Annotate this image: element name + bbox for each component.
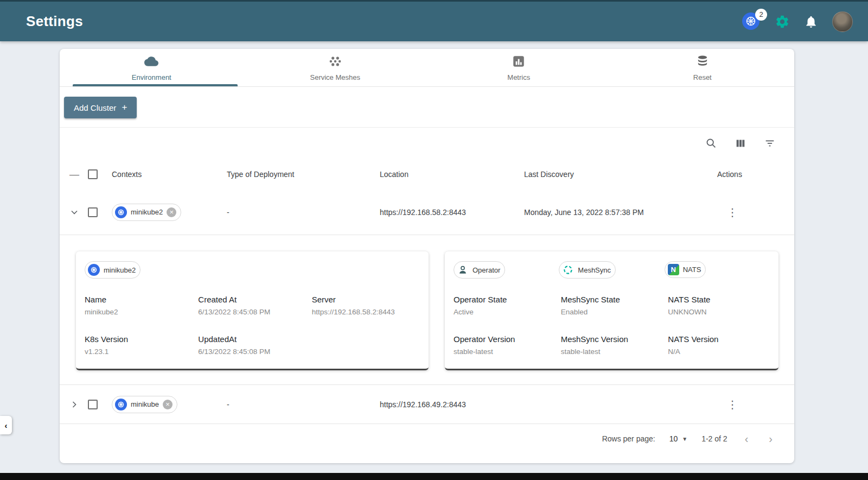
operator-details-card: Operator MeshSync N bbox=[445, 251, 778, 370]
kubernetes-contexts-button[interactable]: 2 bbox=[742, 12, 761, 31]
meshsync-chip[interactable]: MeshSync bbox=[559, 261, 616, 279]
tab-service-meshes[interactable]: Service Meshes bbox=[244, 49, 427, 86]
sidebar-expand-handle[interactable]: ‹ bbox=[0, 416, 12, 434]
field-name: Name minikube2 bbox=[85, 295, 193, 316]
operator-chips: Operator MeshSync N bbox=[454, 261, 770, 279]
settings-gear-icon[interactable] bbox=[775, 14, 790, 29]
tab-environment[interactable]: Environment bbox=[60, 49, 244, 86]
page-title: Settings bbox=[26, 13, 83, 30]
tab-label: Service Meshes bbox=[310, 73, 360, 81]
notifications-bell-icon[interactable] bbox=[804, 15, 818, 29]
search-icon[interactable] bbox=[705, 137, 717, 149]
meshsync-spinner-icon bbox=[562, 264, 574, 276]
database-icon bbox=[695, 54, 710, 70]
field-nats-version: NATS Version N/A bbox=[668, 334, 770, 356]
remove-context-icon[interactable]: × bbox=[163, 400, 173, 409]
context-count-badge: 2 bbox=[755, 9, 767, 21]
table-header-row: — Contexts Type of Deployment Location L… bbox=[60, 159, 794, 190]
field-k8s-version: K8s Version v1.23.1 bbox=[85, 334, 193, 356]
row-checkbox[interactable] bbox=[88, 400, 98, 409]
page-range-label: 1-2 of 2 bbox=[701, 434, 727, 443]
table-pagination: Rows per page: 10 ▼ 1-2 of 2 ‹ › bbox=[60, 424, 794, 453]
cluster-details-card: minikube2 Name minikube2 Created At 6/13… bbox=[76, 251, 429, 370]
operator-fields: Operator State Active MeshSync State Ena… bbox=[454, 295, 770, 356]
field-operator-version: Operator Version stable-latest bbox=[454, 334, 556, 356]
rows-per-page-select[interactable]: 10 ▼ bbox=[669, 434, 687, 443]
column-type-of-deployment[interactable]: Type of Deployment bbox=[222, 170, 375, 179]
add-cluster-button[interactable]: Add Cluster + bbox=[64, 97, 137, 118]
field-meshsync-version: MeshSync Version stable-latest bbox=[561, 334, 663, 356]
meshsync-chip-label: MeshSync bbox=[578, 266, 611, 274]
row-actions-menu-icon[interactable]: ⋮ bbox=[727, 399, 738, 410]
cluster-chip-label: minikube2 bbox=[104, 266, 136, 274]
kubernetes-icon bbox=[88, 264, 100, 276]
nats-logo-icon: N bbox=[668, 264, 679, 275]
expanded-row-details: minikube2 Name minikube2 Created At 6/13… bbox=[60, 235, 794, 385]
settings-panel: Environment Service Meshes bbox=[60, 49, 794, 463]
previous-page-button[interactable]: ‹ bbox=[742, 433, 752, 445]
nats-chip-label: NATS bbox=[683, 266, 701, 274]
context-chip-label: minikube2 bbox=[131, 208, 163, 216]
column-actions: Actions bbox=[713, 170, 794, 179]
field-created-at: Created At 6/13/2022 8:45:08 PM bbox=[198, 295, 306, 316]
cluster-fields: Name minikube2 Created At 6/13/2022 8:45… bbox=[85, 295, 420, 356]
context-chip-label: minikube bbox=[131, 400, 159, 408]
kubernetes-icon bbox=[115, 399, 127, 410]
operator-person-icon bbox=[457, 264, 469, 276]
expand-row-icon[interactable] bbox=[64, 399, 85, 410]
deployment-type-value: - bbox=[222, 400, 375, 409]
collapse-all-icon[interactable]: — bbox=[64, 169, 85, 180]
cloud-icon bbox=[144, 54, 158, 70]
plus-icon: + bbox=[122, 102, 127, 113]
tab-label: Reset bbox=[693, 73, 712, 81]
column-contexts[interactable]: Contexts bbox=[107, 170, 222, 179]
bottom-screen-edge bbox=[0, 473, 868, 480]
table-toolbar bbox=[60, 128, 794, 159]
cluster-chip: minikube2 bbox=[85, 261, 141, 279]
context-chip[interactable]: minikube2 × bbox=[112, 204, 181, 221]
bar-chart-icon bbox=[512, 54, 526, 70]
tab-metrics[interactable]: Metrics bbox=[427, 49, 611, 86]
field-operator-state: Operator State Active bbox=[454, 295, 556, 316]
view-columns-icon[interactable] bbox=[735, 137, 746, 149]
tab-reset[interactable]: Reset bbox=[611, 49, 795, 86]
deployment-type-value: - bbox=[222, 208, 375, 217]
row-checkbox[interactable] bbox=[88, 207, 98, 217]
location-value: https://192.168.58.2:8443 bbox=[375, 208, 520, 217]
field-updated-at: UpdatedAt 6/13/2022 8:45:08 PM bbox=[198, 334, 306, 356]
operator-chip[interactable]: Operator bbox=[454, 261, 505, 279]
next-page-button[interactable]: › bbox=[765, 433, 776, 445]
app-bar: Settings bbox=[0, 0, 868, 41]
rows-per-page-value: 10 bbox=[669, 434, 678, 443]
field-meshsync-state: MeshSync State Enabled bbox=[561, 295, 663, 316]
app-bar-actions: 2 bbox=[742, 11, 853, 32]
collapse-row-icon[interactable] bbox=[64, 207, 85, 218]
nats-chip[interactable]: N NATS bbox=[665, 261, 706, 278]
row-actions-menu-icon[interactable]: ⋮ bbox=[727, 206, 738, 218]
remove-context-icon[interactable]: × bbox=[167, 207, 176, 217]
context-chip[interactable]: minikube × bbox=[112, 396, 177, 413]
column-location[interactable]: Location bbox=[375, 170, 520, 179]
tab-label: Metrics bbox=[507, 73, 530, 81]
add-cluster-label: Add Cluster bbox=[74, 103, 116, 112]
actions-bar: Add Cluster + bbox=[60, 87, 794, 128]
filter-icon[interactable] bbox=[764, 137, 776, 149]
rows-per-page-label: Rows per page: bbox=[602, 434, 655, 443]
location-value: https://192.168.49.2:8443 bbox=[375, 400, 520, 409]
select-all-checkbox[interactable] bbox=[88, 169, 98, 179]
operator-chip-label: Operator bbox=[473, 266, 500, 274]
active-tab-indicator bbox=[73, 84, 238, 86]
chevron-down-icon: ▼ bbox=[682, 436, 687, 442]
column-last-discovery[interactable]: Last Discovery bbox=[520, 170, 713, 179]
last-discovery-value: Monday, June 13, 2022 8:57:38 PM bbox=[520, 208, 713, 217]
table-row: minikube2 × - https://192.168.58.2:8443 … bbox=[60, 190, 794, 235]
field-server: Server https://192.168.58.2:8443 bbox=[312, 295, 420, 316]
mesh-icon bbox=[328, 54, 342, 70]
tab-label: Environment bbox=[132, 73, 171, 81]
user-avatar[interactable] bbox=[832, 11, 853, 32]
table-row: minikube × - https://192.168.49.2:8443 ⋮ bbox=[60, 385, 794, 424]
settings-tabs: Environment Service Meshes bbox=[60, 49, 794, 87]
kubernetes-icon bbox=[115, 206, 127, 218]
field-nats-state: NATS State UNKNOWN bbox=[668, 295, 770, 316]
